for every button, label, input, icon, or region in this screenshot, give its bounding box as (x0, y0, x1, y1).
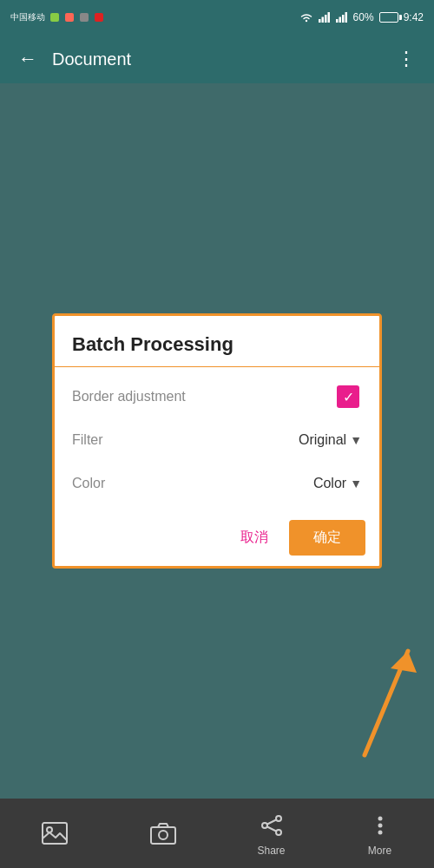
nav-item-more[interactable]: More (326, 810, 434, 857)
svg-rect-3 (95, 13, 103, 22)
image-icon (39, 818, 70, 849)
more-vert-icon (365, 810, 396, 841)
svg-rect-1 (65, 13, 74, 22)
filter-label: Filter (72, 432, 299, 448)
signal-icon (319, 12, 331, 23)
main-content: Batch Processing Border adjustment ✓ Fil… (0, 83, 434, 799)
app-bar: ← Document ⋮ (0, 35, 434, 83)
svg-rect-7 (325, 15, 327, 23)
nav-item-gallery[interactable] (0, 818, 108, 849)
cancel-button[interactable]: 取消 (227, 522, 282, 554)
battery-percent: 60% (353, 11, 374, 23)
battery-icon (379, 12, 398, 23)
color-dropdown-arrow: ▼ (350, 477, 362, 490)
svg-rect-5 (319, 19, 321, 23)
svg-rect-11 (342, 15, 345, 23)
svg-point-19 (276, 816, 281, 821)
nav-item-share[interactable]: Share (217, 810, 326, 857)
filter-dropdown-arrow: ▼ (350, 433, 362, 447)
svg-line-23 (267, 827, 276, 832)
svg-rect-9 (336, 19, 339, 23)
svg-point-24 (378, 817, 382, 821)
more-label: More (368, 845, 391, 857)
status-bar: 中国移动 60% (0, 0, 434, 35)
bottom-navigation: Share More (0, 799, 434, 868)
share-icon (256, 810, 287, 841)
color-value: Color (313, 476, 346, 491)
svg-rect-10 (339, 17, 341, 23)
border-adjustment-row: Border adjustment ✓ (72, 381, 362, 412)
svg-rect-8 (327, 12, 330, 23)
time-label: 9:42 (404, 11, 424, 23)
confirm-button[interactable]: 确定 (289, 520, 365, 556)
dialog-body: Border adjustment ✓ Filter Original ▼ Co… (55, 367, 379, 513)
svg-point-26 (378, 831, 382, 835)
share-label: Share (257, 845, 285, 857)
color-dropdown[interactable]: Color ▼ (313, 476, 362, 491)
wifi-icon (299, 12, 313, 23)
border-adjustment-checkbox[interactable]: ✓ (334, 383, 362, 411)
svg-line-22 (267, 820, 276, 825)
dialog-overlay: Batch Processing Border adjustment ✓ Fil… (0, 83, 434, 799)
svg-rect-6 (321, 17, 324, 23)
svg-rect-12 (345, 12, 347, 23)
app-icon-2 (63, 11, 76, 23)
camera-icon (148, 818, 179, 849)
nav-item-camera[interactable] (108, 818, 217, 849)
app-icon-4 (93, 11, 105, 23)
status-left: 中国移动 (10, 11, 105, 23)
svg-rect-0 (50, 13, 59, 22)
svg-point-21 (276, 830, 281, 835)
color-row: Color Color ▼ (72, 468, 362, 499)
status-app-label: 中国移动 (10, 11, 45, 23)
signal-icon-2 (336, 12, 348, 23)
notification-icon (49, 11, 61, 23)
app-icon-3 (78, 11, 90, 23)
status-icons-group (49, 11, 105, 23)
status-right: 60% 9:42 (299, 11, 424, 23)
filter-row: Filter Original ▼ (72, 424, 362, 456)
svg-point-18 (159, 831, 168, 839)
svg-rect-2 (80, 13, 89, 22)
dialog-title: Batch Processing (55, 316, 379, 366)
svg-point-4 (305, 20, 306, 22)
batch-processing-dialog: Batch Processing Border adjustment ✓ Fil… (52, 313, 382, 569)
more-options-button[interactable]: ⋮ (392, 48, 420, 70)
svg-point-20 (262, 823, 267, 828)
filter-dropdown[interactable]: Original ▼ (299, 432, 362, 448)
filter-value: Original (299, 432, 346, 448)
svg-point-25 (378, 824, 382, 828)
svg-rect-17 (151, 827, 175, 844)
svg-rect-15 (43, 823, 67, 844)
checkbox-checked-icon: ✓ (337, 385, 359, 408)
dialog-actions: 取消 确定 (55, 513, 379, 566)
border-adjustment-label: Border adjustment (72, 389, 334, 404)
page-title: Document (52, 49, 382, 69)
back-button[interactable]: ← (14, 48, 42, 70)
color-label: Color (72, 476, 313, 491)
